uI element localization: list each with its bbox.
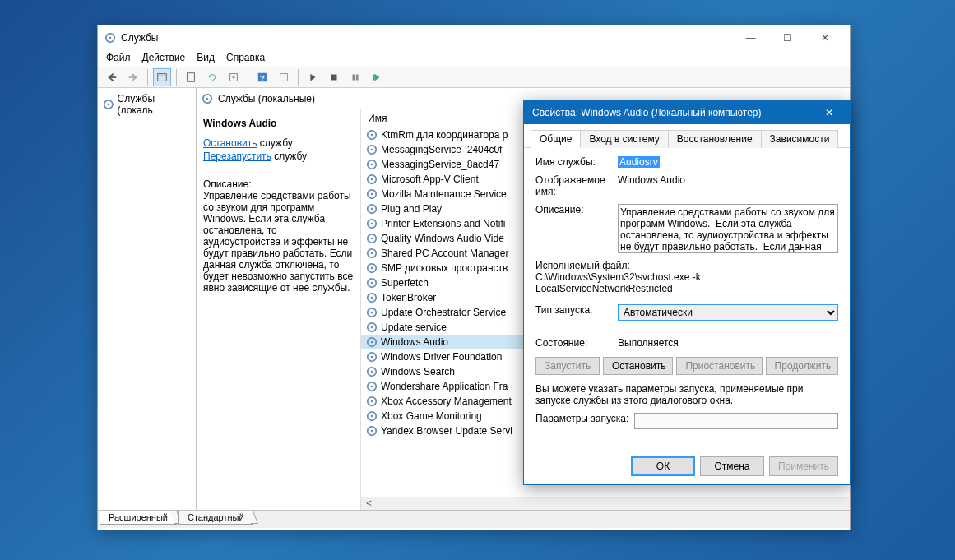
- gear-icon: [366, 277, 378, 289]
- gear-icon: [366, 425, 378, 437]
- start-button[interactable]: Запустить: [535, 357, 600, 375]
- svg-point-24: [371, 164, 373, 166]
- startup-params-hint: Вы можете указать параметры запуска, при…: [535, 383, 838, 406]
- pause-service-button[interactable]: [346, 68, 364, 86]
- svg-rect-4: [158, 74, 167, 81]
- cancel-button[interactable]: Отмена: [700, 456, 764, 476]
- pause-button[interactable]: Приостановить: [676, 357, 762, 375]
- start-service-button[interactable]: [304, 68, 322, 86]
- menu-file[interactable]: Файл: [106, 52, 131, 63]
- refresh-button[interactable]: [203, 68, 221, 86]
- svg-point-56: [371, 400, 373, 403]
- startup-params-input[interactable]: [634, 413, 838, 429]
- label-display-name: Отображаемое имя:: [535, 174, 618, 197]
- tab-extended[interactable]: Расширенный: [100, 511, 177, 525]
- restart-link[interactable]: Перезапустить: [203, 150, 271, 162]
- gear-icon: [366, 188, 378, 200]
- svg-rect-12: [353, 75, 355, 81]
- svg-point-34: [371, 238, 373, 240]
- svg-point-42: [371, 297, 373, 299]
- service-info-column: Windows Audio Остановить службу Перезапу…: [197, 109, 361, 510]
- toolbar: ?: [98, 67, 850, 88]
- svg-point-44: [371, 312, 373, 314]
- stop-button[interactable]: Остановить: [603, 357, 673, 375]
- show-hide-tree-button[interactable]: [153, 68, 171, 86]
- gear-icon: [103, 99, 114, 110]
- gear-icon: [202, 93, 213, 104]
- menu-bar: Файл Действие Вид Справка: [98, 50, 850, 67]
- svg-rect-6: [188, 73, 195, 82]
- description-textarea[interactable]: [618, 204, 838, 253]
- label-startup: Тип запуска:: [535, 304, 618, 321]
- gear-icon: [366, 144, 378, 155]
- svg-point-20: [371, 134, 373, 137]
- svg-point-58: [371, 415, 373, 418]
- svg-rect-13: [356, 75, 359, 81]
- value-display-name: Windows Audio: [618, 174, 838, 197]
- close-button[interactable]: ✕: [806, 25, 843, 50]
- svg-point-26: [371, 178, 373, 181]
- svg-point-32: [371, 223, 373, 225]
- label-params: Параметры запуска:: [535, 413, 634, 429]
- svg-point-22: [371, 149, 373, 151]
- selected-service-name: Windows Audio: [203, 118, 354, 129]
- forward-button[interactable]: [124, 68, 142, 86]
- bottom-tab-strip: Расширенный Стандартный: [98, 510, 850, 528]
- apply-button[interactable]: Применить: [769, 456, 838, 476]
- tab-logon[interactable]: Вход в систему: [580, 130, 668, 148]
- help-button[interactable]: ?: [253, 68, 271, 86]
- description-label: Описание:: [203, 178, 354, 190]
- app-icon: [104, 32, 116, 44]
- startup-type-select[interactable]: Автоматически: [618, 304, 838, 321]
- menu-action[interactable]: Действие: [142, 52, 186, 63]
- value-exe: C:\Windows\System32\svchost.exe -k Local…: [535, 271, 838, 294]
- value-service-name: Audiosrv: [618, 156, 660, 168]
- gear-icon: [366, 129, 378, 141]
- menu-help[interactable]: Справка: [226, 52, 265, 63]
- svg-point-52: [371, 371, 373, 373]
- gear-icon: [366, 410, 378, 422]
- gear-icon: [366, 307, 378, 318]
- gear-icon: [366, 381, 378, 392]
- restart-service-button[interactable]: [368, 68, 386, 86]
- stop-link[interactable]: Остановить: [203, 137, 257, 149]
- maximize-button[interactable]: ☐: [769, 25, 806, 50]
- dialog-tabs: Общие Вход в систему Восстановление Зави…: [524, 124, 850, 148]
- gear-icon: [366, 203, 378, 215]
- svg-point-30: [371, 208, 373, 211]
- svg-point-1: [109, 37, 112, 39]
- value-state: Выполняется: [618, 337, 838, 349]
- properties-dialog: Свойства: Windows Audio (Локальный компь…: [523, 100, 851, 485]
- gear-icon: [366, 174, 378, 185]
- tab-dependencies[interactable]: Зависимости: [761, 130, 839, 148]
- label-state: Состояние:: [535, 337, 618, 349]
- export-button[interactable]: [225, 68, 243, 86]
- back-button[interactable]: [103, 68, 121, 86]
- svg-rect-11: [331, 75, 337, 81]
- tab-standard[interactable]: Стандартный: [178, 511, 253, 525]
- description-text: Управление средствами работы со звуком д…: [203, 190, 354, 294]
- label-exe: Исполняемый файл:: [535, 260, 838, 271]
- gear-icon: [366, 262, 378, 274]
- dialog-close-button[interactable]: ✕: [817, 101, 841, 124]
- gear-icon: [366, 218, 378, 229]
- tree-panel: Службы (локаль: [98, 88, 197, 510]
- horizontal-scrollbar[interactable]: <: [361, 497, 850, 510]
- resume-button[interactable]: Продолжить: [766, 357, 838, 375]
- dialog-titlebar: Свойства: Windows Audio (Локальный компь…: [524, 101, 850, 124]
- tab-recovery[interactable]: Восстановление: [668, 130, 762, 148]
- svg-point-60: [371, 430, 373, 433]
- properties-button[interactable]: [182, 68, 200, 86]
- toolbar-btn-extra[interactable]: [275, 68, 293, 86]
- gear-icon: [366, 233, 378, 244]
- tree-item-services[interactable]: Службы (локаль: [101, 91, 192, 118]
- tab-general[interactable]: Общие: [531, 130, 581, 148]
- gear-icon: [366, 292, 378, 303]
- ok-button[interactable]: ОК: [631, 456, 695, 476]
- stop-service-button[interactable]: [325, 68, 343, 86]
- svg-text:?: ?: [260, 73, 265, 82]
- svg-point-16: [108, 104, 110, 106]
- menu-view[interactable]: Вид: [197, 52, 215, 63]
- gear-icon: [366, 366, 378, 377]
- minimize-button[interactable]: —: [732, 25, 769, 50]
